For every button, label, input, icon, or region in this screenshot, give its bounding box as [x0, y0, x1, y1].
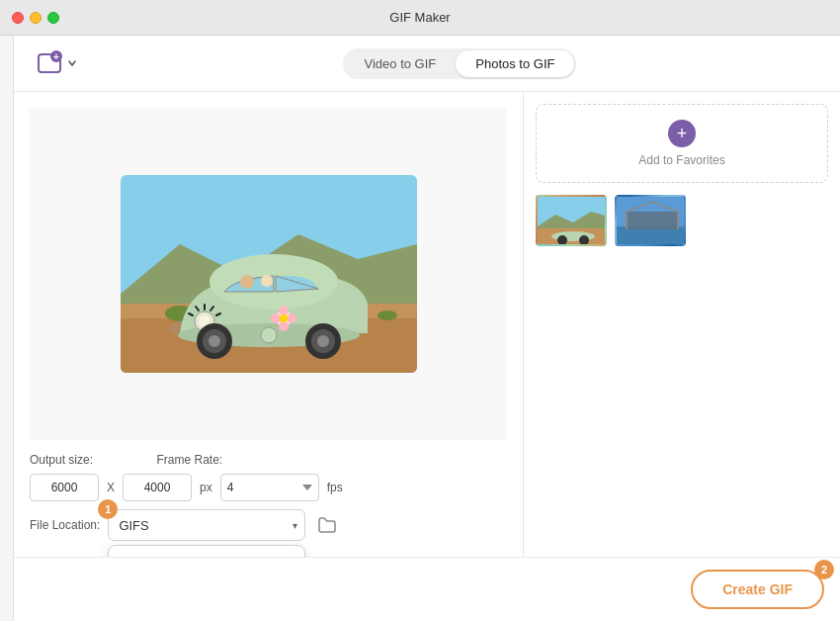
title-bar: GIF Maker [0, 0, 840, 36]
thumbnail-1[interactable] [536, 195, 607, 246]
thumbnails-row [536, 195, 828, 246]
svg-point-25 [317, 335, 329, 347]
content-split: Output size: Frame Rate: 6000 X 4000 px … [14, 92, 840, 557]
height-input[interactable]: 4000 [123, 474, 192, 501]
badge-2: 2 [814, 560, 834, 579]
svg-point-22 [209, 335, 220, 347]
main-image-area [30, 108, 507, 440]
file-location-dropdown: Same As Source Folder ✓ GIFS Other... [108, 545, 305, 557]
svg-point-27 [279, 306, 289, 315]
plus-icon: + [668, 120, 696, 147]
svg-point-32 [261, 327, 277, 343]
file-location-label: File Location: [30, 518, 100, 532]
add-to-favorites-area[interactable]: + Add to Favorites [536, 104, 828, 183]
file-location-row: File Location: 1 GIFS Same As Source Fol… [30, 509, 507, 541]
window-controls[interactable] [12, 12, 59, 24]
svg-point-33 [240, 275, 254, 289]
toolbar: + Video to GIF Photos to GIF [14, 36, 840, 92]
tab-video-to-gif[interactable]: Video to GIF [345, 50, 457, 77]
right-panel: + Add to Favorites [524, 92, 840, 557]
app-title: GIF Maker [389, 10, 450, 25]
px-label: px [200, 481, 212, 494]
svg-rect-43 [627, 212, 678, 229]
close-button[interactable] [12, 12, 24, 24]
file-location-select[interactable]: GIFS Same As Source Folder Other... [108, 509, 305, 541]
chevron-down-icon [67, 58, 77, 68]
app-body: + Video to GIF Photos to GIF [0, 36, 840, 621]
svg-point-40 [579, 235, 589, 245]
x-separator: X [107, 481, 115, 494]
main-content: + Video to GIF Photos to GIF [14, 36, 840, 621]
create-gif-button[interactable]: Create GIF [691, 570, 824, 609]
import-icon: + [36, 49, 63, 77]
favorites-label: Add to Favorites [638, 153, 724, 167]
bottom-bar: Create GIF 2 [14, 557, 840, 621]
browse-folder-button[interactable] [313, 511, 341, 539]
svg-point-30 [271, 313, 281, 323]
left-panel: Output size: Frame Rate: 6000 X 4000 px … [14, 92, 524, 557]
thumbnail-2[interactable] [615, 195, 686, 246]
frame-rate-label: Frame Rate: [156, 453, 222, 467]
check-icon [123, 557, 136, 558]
frame-rate-select[interactable]: 4 8 12 24 [220, 474, 319, 501]
fps-label: fps [327, 481, 343, 494]
car-image [121, 175, 417, 373]
folder-icon [317, 516, 337, 534]
svg-point-34 [261, 275, 273, 287]
maximize-button[interactable] [47, 12, 59, 24]
file-location-wrapper: 1 GIFS Same As Source Folder Other... ▾ [108, 509, 305, 541]
svg-point-29 [279, 321, 289, 331]
output-size-label: Output size: [30, 453, 93, 467]
svg-point-31 [280, 314, 288, 322]
svg-text:+: + [53, 51, 59, 62]
output-settings-section: Output size: Frame Rate: 6000 X 4000 px … [30, 440, 507, 541]
left-sidebar [0, 36, 14, 621]
mode-tabs: Video to GIF Photos to GIF [343, 48, 577, 79]
import-button[interactable]: + [30, 45, 83, 81]
width-input[interactable]: 6000 [30, 474, 99, 501]
settings-row: 6000 X 4000 px 4 8 12 24 fps [30, 474, 507, 501]
dropdown-item-same-as-source[interactable]: Same As Source Folder [109, 546, 304, 557]
svg-point-39 [557, 235, 567, 245]
svg-point-9 [378, 310, 397, 320]
svg-point-28 [287, 313, 296, 323]
tab-photos-to-gif[interactable]: Photos to GIF [456, 50, 574, 77]
minimize-button[interactable] [30, 12, 42, 24]
